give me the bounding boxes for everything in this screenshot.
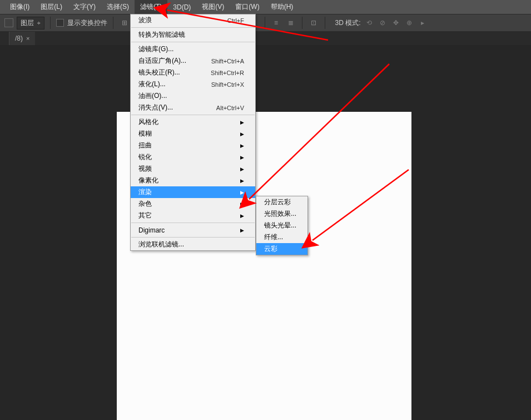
document-tab-label: /8)	[15, 34, 23, 42]
distribute-icon-1[interactable]: ≡	[271, 18, 282, 28]
menu-digimarc[interactable]: Digimarc▶	[131, 224, 255, 236]
roll-icon[interactable]: ⊘	[378, 18, 388, 28]
show-transform-checkbox[interactable]	[56, 19, 64, 27]
menu-image[interactable]: 图像(I)	[4, 0, 35, 14]
menu-separator	[131, 42, 255, 42]
menu-help[interactable]: 帮助(H)	[265, 0, 299, 14]
submenu-arrow-icon: ▶	[240, 201, 244, 207]
menu-view[interactable]: 视图(V)	[196, 0, 230, 14]
menu-noise[interactable]: 杂色▶	[131, 198, 255, 210]
submenu-arrow-icon: ▶	[240, 178, 244, 184]
submenu-arrow-icon: ▶	[240, 213, 244, 219]
camera-icon[interactable]: ▸	[418, 18, 428, 28]
menu-distort[interactable]: 扭曲▶	[131, 140, 255, 151]
menu-adaptive-wide[interactable]: 自适应广角(A)...Shift+Ctrl+A	[131, 55, 255, 67]
menu-blur[interactable]: 模糊▶	[131, 128, 255, 140]
menu-sharpen[interactable]: 锐化▶	[131, 151, 255, 163]
menu-separator	[131, 223, 255, 223]
submenu-lighting-effects[interactable]: 光照效果...	[256, 208, 307, 220]
doc-stub	[0, 32, 9, 45]
submenu-arrow-icon: ▶	[240, 120, 244, 125]
menu-liquify[interactable]: 液化(L)...Shift+Ctrl+X	[131, 78, 255, 90]
submenu-fibers[interactable]: 纤维...	[256, 231, 307, 243]
show-transform-label: 显示变换控件	[67, 18, 107, 28]
menu-last-filter[interactable]: 波浪 Ctrl+F	[131, 14, 255, 26]
submenu-arrow-icon: ▶	[240, 166, 244, 172]
distribute-icon-2[interactable]: ≣	[285, 18, 296, 28]
separator	[325, 17, 325, 29]
menu-separator	[131, 115, 255, 115]
layer-selector[interactable]: 图层 ÷	[17, 17, 44, 29]
menu-filter-gallery[interactable]: 滤镜库(G)...	[131, 43, 255, 55]
menu-window[interactable]: 窗口(W)	[230, 0, 265, 14]
options-toolbar: 图层 ÷ 显示变换控件 ⊞ ⊟ ≡ ≣ ⊡ 3D 模式: ⟲ ⊘ ✥ ⊕ ▸	[0, 14, 531, 32]
menu-stylize[interactable]: 风格化▶	[131, 116, 255, 128]
menu-lens-correction[interactable]: 镜头校正(R)...Shift+Ctrl+R	[131, 67, 255, 78]
layer-selector-label: 图层	[21, 18, 34, 28]
slide-icon[interactable]: ⊕	[404, 18, 414, 28]
submenu-arrow-icon: ▶	[240, 131, 244, 137]
menu-browse-online[interactable]: 浏览联机滤镜...	[131, 239, 255, 250]
submenu-arrow-icon: ▶	[240, 155, 244, 160]
pan-icon[interactable]: ✥	[391, 18, 401, 28]
document-tab[interactable]: /8) ×	[9, 32, 35, 45]
submenu-arrow-icon: ▶	[240, 143, 244, 149]
submenu-lens-flare[interactable]: 镜头光晕...	[256, 220, 307, 231]
menu-pixelate[interactable]: 像素化▶	[131, 175, 255, 186]
document-tabbar: /8) ×	[0, 32, 531, 45]
align-icon-1[interactable]: ⊞	[119, 18, 130, 28]
close-icon[interactable]: ×	[26, 35, 29, 42]
separator	[265, 17, 265, 29]
submenu-arrow-icon: ▶	[240, 228, 244, 233]
filter-dropdown: 波浪 Ctrl+F 转换为智能滤镜 滤镜库(G)... 自适应广角(A)...S…	[130, 14, 256, 251]
menu-vanishing-point[interactable]: 消失点(V)...Alt+Ctrl+V	[131, 102, 255, 113]
menu-separator	[131, 237, 255, 238]
menu-oil-paint[interactable]: 油画(O)...	[131, 90, 255, 102]
menu-select[interactable]: 选择(S)	[101, 0, 135, 14]
menu-layer[interactable]: 图层(L)	[35, 0, 68, 14]
menubar: 图像(I) 图层(L) 文字(Y) 选择(S) 滤镜(T) 3D(D) 视图(V…	[0, 0, 531, 14]
separator	[113, 17, 113, 29]
chevron-down-icon: ÷	[37, 20, 41, 26]
arrange-icon[interactable]: ⊡	[308, 18, 319, 28]
menu-convert-smart[interactable]: 转换为智能滤镜	[131, 29, 255, 41]
separator	[302, 17, 302, 29]
submenu-arrow-icon: ▶	[240, 190, 244, 195]
menu-3d[interactable]: 3D(D)	[167, 1, 196, 13]
menu-text[interactable]: 文字(Y)	[68, 0, 101, 14]
menu-video[interactable]: 视频▶	[131, 163, 255, 175]
orbit-icon[interactable]: ⟲	[364, 18, 374, 28]
mode-3d-label: 3D 模式:	[335, 18, 361, 28]
submenu-difference-clouds[interactable]: 分层云彩	[256, 196, 307, 208]
menu-other[interactable]: 其它▶	[131, 210, 255, 221]
menu-separator	[131, 27, 255, 28]
render-submenu: 分层云彩 光照效果... 镜头光晕... 纤维... 云彩	[256, 196, 308, 255]
separator	[50, 17, 51, 29]
tool-icon	[4, 18, 13, 27]
submenu-clouds[interactable]: 云彩	[256, 243, 307, 255]
menu-render[interactable]: 渲染▶	[131, 186, 255, 198]
menu-filter[interactable]: 滤镜(T)	[135, 0, 167, 14]
